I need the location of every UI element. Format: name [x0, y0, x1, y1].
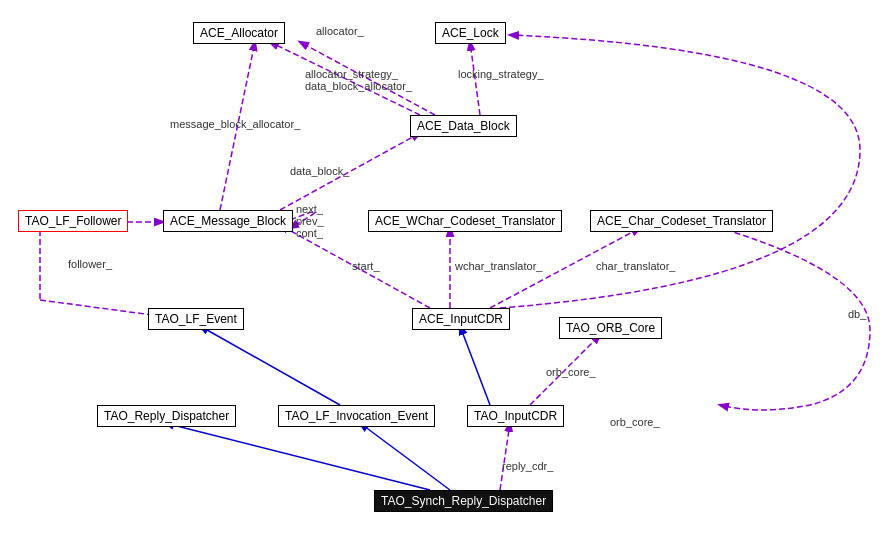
tao-inputcdr-node: TAO_InputCDR	[467, 405, 564, 427]
label-message-block-allocator: message_block_allocator_	[170, 118, 300, 130]
svg-line-16	[40, 300, 160, 316]
label-next: next_	[296, 203, 323, 215]
tao-orb-core-node: TAO_ORB_Core	[559, 317, 662, 339]
svg-line-11	[200, 326, 340, 405]
diagram: ACE_Allocator ACE_Lock ACE_Data_Block TA…	[0, 0, 883, 544]
label-cont: cont_	[296, 227, 323, 239]
label-prev: prev_	[296, 215, 324, 227]
ace-char-codeset-node: ACE_Char_Codeset_Translator	[590, 210, 773, 232]
ace-allocator-node: ACE_Allocator	[193, 22, 285, 44]
arrows-svg	[0, 0, 883, 544]
ace-lock-node: ACE_Lock	[435, 22, 506, 44]
label-data-block-allocator: data_block_allocator_	[305, 80, 412, 92]
svg-line-13	[360, 423, 450, 490]
label-orb-core-2: orb_core_	[610, 416, 660, 428]
label-locking-strategy: locking_strategy_	[458, 68, 544, 80]
tao-lf-follower-node: TAO_LF_Follower	[18, 210, 128, 232]
label-db: db_	[848, 308, 866, 320]
label-char-translator: char_translator_	[596, 260, 676, 272]
ace-message-block-node: ACE_Message_Block	[163, 210, 293, 232]
tao-reply-dispatcher-node: TAO_Reply_Dispatcher	[97, 405, 236, 427]
ace-data-block-node: ACE_Data_Block	[410, 115, 517, 137]
tao-lf-invocation-event-node: TAO_LF_Invocation_Event	[278, 405, 435, 427]
label-start: start_	[352, 260, 380, 272]
svg-line-12	[165, 423, 430, 490]
label-allocator: allocator_	[316, 25, 364, 37]
svg-line-10	[460, 326, 490, 405]
tao-lf-event-node: TAO_LF_Event	[148, 308, 244, 330]
tao-synch-reply-dispatcher-node: TAO_Synch_Reply_Dispatcher	[374, 490, 553, 512]
label-reply-cdr: reply_cdr_	[502, 460, 553, 472]
label-orb-core-1: orb_core_	[546, 366, 596, 378]
label-data-block: data_block_	[290, 165, 349, 177]
ace-wchar-codeset-node: ACE_WChar_Codeset_Translator	[368, 210, 562, 232]
ace-inputcdr-node: ACE_InputCDR	[412, 308, 510, 330]
svg-line-14	[500, 423, 510, 490]
label-allocator-strategy: allocator_strategy_	[305, 68, 398, 80]
label-wchar-translator: wchar_translator_	[455, 260, 542, 272]
label-follower: follower_	[68, 258, 112, 270]
